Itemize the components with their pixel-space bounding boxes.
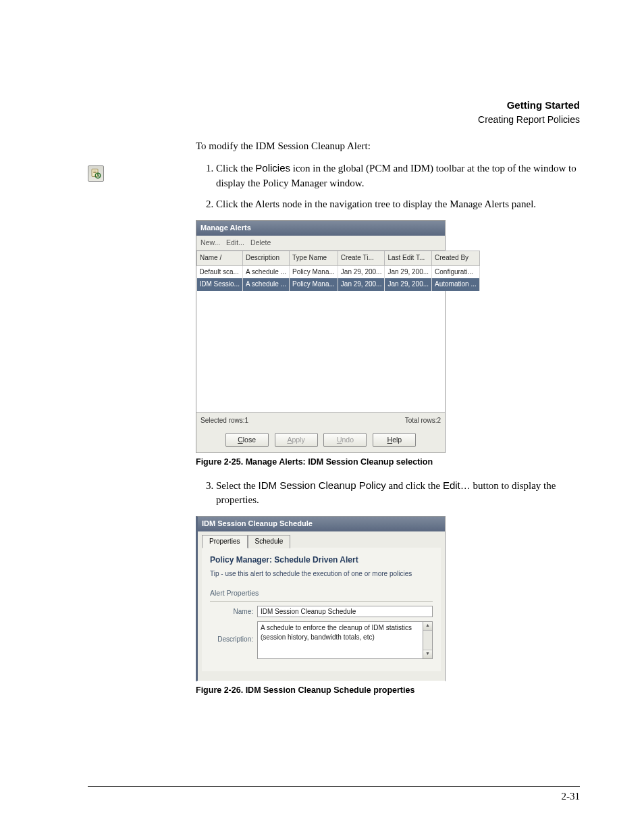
name-label: Name: [210, 606, 257, 617]
header-subtitle: Creating Report Policies [478, 113, 580, 126]
menu-new[interactable]: New... [200, 238, 220, 246]
table-row[interactable]: Default sca... A schedule ... Policy Man… [197, 265, 480, 278]
table-empty-area [196, 291, 445, 413]
schedule-dialog: IDM Session Cleanup Schedule Properties … [196, 516, 446, 681]
step-2: Click the Alerts node in the navigation … [216, 197, 580, 212]
policies-term: Policies [255, 162, 290, 174]
tab-properties[interactable]: Properties [202, 535, 248, 549]
dialog-tip: Tip - use this alert to schedule the exe… [210, 569, 433, 579]
policy-name-term: IDM Session Cleanup Policy [258, 479, 385, 491]
col-create[interactable]: Create Ti... [338, 251, 385, 266]
help-button[interactable]: Help [373, 433, 416, 447]
scroll-down-icon[interactable]: ▼ [423, 650, 432, 658]
alert-properties-section: Alert Properties [210, 588, 433, 601]
col-type[interactable]: Type Name [290, 251, 338, 266]
tab-schedule[interactable]: Schedule [248, 535, 291, 549]
menu-edit[interactable]: Edit... [226, 238, 244, 246]
edit-button-term: Edit… [443, 479, 471, 491]
table-header-row: Name / Description Type Name Create Ti..… [197, 251, 480, 266]
col-name[interactable]: Name / [197, 251, 243, 266]
step-3: Select the IDM Session Cleanup Policy an… [216, 478, 580, 509]
header-title: Getting Started [478, 98, 580, 113]
apply-button[interactable]: Apply [275, 433, 318, 447]
menu-delete[interactable]: Delete [250, 238, 271, 246]
manage-alerts-title: Manage Alerts [196, 221, 445, 236]
selected-rows-label: Selected rows:1 [200, 416, 248, 426]
undo-button[interactable]: Undo [323, 433, 367, 447]
dialog-heading: Policy Manager: Schedule Driven Alert [210, 554, 433, 566]
page-header: Getting Started Creating Report Policies [478, 98, 580, 126]
description-label: Description: [210, 621, 257, 645]
step-1: Click the Policies icon in the global (P… [216, 161, 580, 191]
scroll-up-icon[interactable]: ▲ [423, 622, 432, 631]
close-button[interactable]: Close [225, 433, 269, 447]
col-createdby[interactable]: Created By [432, 251, 480, 266]
manage-alerts-window: Manage Alerts New... Edit... Delete Name… [196, 220, 446, 453]
col-lastedit[interactable]: Last Edit T... [385, 251, 432, 266]
schedule-dialog-title: IDM Session Cleanup Schedule [198, 517, 445, 531]
description-field[interactable]: A schedule to enforce the cleanup of IDM… [257, 621, 423, 659]
footer-rule [88, 786, 580, 787]
table-row-selected[interactable]: IDM Sessio... A schedule ... Policy Mana… [197, 278, 480, 291]
page-number: 2-31 [562, 789, 581, 804]
col-description[interactable]: Description [242, 251, 289, 266]
total-rows-label: Total rows:2 [405, 416, 441, 426]
manage-alerts-menubar: New... Edit... Delete [196, 236, 445, 251]
svg-line-5 [98, 176, 99, 177]
policies-icon [88, 165, 104, 182]
name-field[interactable] [257, 606, 433, 617]
figure-caption-2: Figure 2-26. IDM Session Cleanup Schedul… [196, 684, 580, 696]
intro-text: To modify the IDM Session Cleanup Alert: [196, 139, 580, 154]
alerts-table: Name / Description Type Name Create Ti..… [196, 251, 480, 291]
scrollbar[interactable]: ▲ ▼ [423, 621, 433, 659]
figure-caption-1: Figure 2-25. Manage Alerts: IDM Session … [196, 456, 580, 468]
